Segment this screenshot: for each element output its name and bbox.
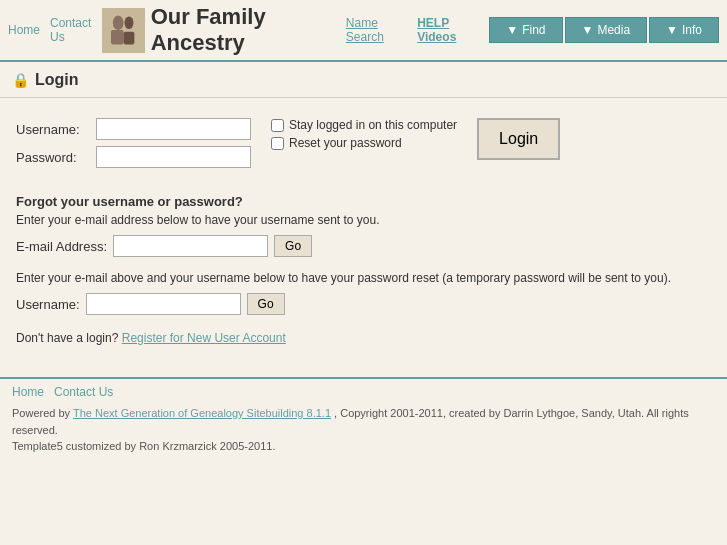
main-content: Username: Password: Stay logged in on th… — [0, 98, 727, 357]
stay-logged-in-label[interactable]: Stay logged in on this computer — [271, 118, 457, 132]
register-link[interactable]: Register for New User Account — [122, 331, 286, 345]
template-text: Template5 customized by Ron Krzmarzick 2… — [12, 440, 276, 452]
login-button-wrap: Login — [477, 118, 560, 160]
email-go-button[interactable]: Go — [274, 235, 312, 257]
svg-point-2 — [124, 17, 133, 30]
home-link[interactable]: Home — [8, 23, 40, 37]
email-row: E-mail Address: Go — [16, 235, 711, 257]
section-bar: 🔒 Login — [0, 62, 727, 98]
section-title: 🔒 Login — [0, 63, 727, 97]
username-go-button[interactable]: Go — [247, 293, 285, 315]
info-arrow-icon: ▼ — [666, 23, 678, 37]
no-login-section: Don't have a login? Register for New Use… — [16, 331, 711, 345]
site-logo — [102, 8, 145, 53]
stay-logged-in-text: Stay logged in on this computer — [289, 118, 457, 132]
powered-by-text: Powered by — [12, 407, 70, 419]
username-reset-input[interactable] — [86, 293, 241, 315]
forgot-description: Enter your e-mail address below to have … — [16, 213, 711, 227]
find-arrow-icon: ▼ — [506, 23, 518, 37]
footer-nav-links: Home Contact Us — [12, 385, 715, 399]
reset-password-checkbox[interactable] — [271, 137, 284, 150]
forgot-section: Forgot your username or password? Enter … — [16, 194, 711, 315]
login-title: Login — [35, 71, 79, 89]
stay-logged-in-checkbox[interactable] — [271, 119, 284, 132]
media-arrow-icon: ▼ — [582, 23, 594, 37]
username-password-fields: Username: Password: — [16, 118, 251, 174]
info-button[interactable]: ▼ Info — [649, 17, 719, 43]
svg-rect-0 — [102, 10, 145, 50]
username-row: Username: Go — [16, 293, 711, 315]
password-label: Password: — [16, 150, 96, 165]
svg-rect-3 — [111, 30, 124, 44]
footer: Home Contact Us Powered by The Next Gene… — [0, 377, 727, 461]
svg-rect-4 — [123, 32, 134, 45]
email-input[interactable] — [113, 235, 268, 257]
username-input[interactable] — [96, 118, 251, 140]
site-header: Home Contact Us Our Family Ancestry Name… — [0, 0, 727, 62]
forgot-title: Forgot your username or password? — [16, 194, 711, 209]
reset-password-text: Reset your password — [289, 136, 402, 150]
password-reset-description: Enter your e-mail above and your usernam… — [16, 271, 711, 285]
site-title: Our Family Ancestry — [151, 4, 336, 56]
ngs-link[interactable]: The Next Generation of Genealogy Sitebui… — [73, 407, 331, 419]
username-row-label: Username: — [16, 297, 80, 312]
login-options: Stay logged in on this computer Reset yo… — [271, 118, 457, 150]
login-form: Username: Password: Stay logged in on th… — [16, 118, 711, 174]
reset-password-label[interactable]: Reset your password — [271, 136, 457, 150]
contact-link[interactable]: Contact Us — [50, 16, 96, 44]
footer-text: Powered by The Next Generation of Geneal… — [12, 405, 715, 455]
lock-icon: 🔒 — [12, 72, 29, 88]
header-action-buttons: ▼ Find ▼ Media ▼ Info — [489, 17, 719, 43]
svg-point-1 — [112, 16, 123, 30]
help-videos-link[interactable]: HELP Videos — [417, 16, 481, 44]
login-button[interactable]: Login — [477, 118, 560, 160]
username-label: Username: — [16, 122, 96, 137]
name-search-link[interactable]: Name Search — [346, 16, 409, 44]
password-input[interactable] — [96, 146, 251, 168]
footer-home-link[interactable]: Home — [12, 385, 44, 399]
no-login-text: Don't have a login? — [16, 331, 118, 345]
media-button[interactable]: ▼ Media — [565, 17, 648, 43]
email-label: E-mail Address: — [16, 239, 107, 254]
footer-contact-link[interactable]: Contact Us — [54, 385, 113, 399]
find-button[interactable]: ▼ Find — [489, 17, 562, 43]
nav-links: Home Contact Us — [8, 16, 96, 44]
